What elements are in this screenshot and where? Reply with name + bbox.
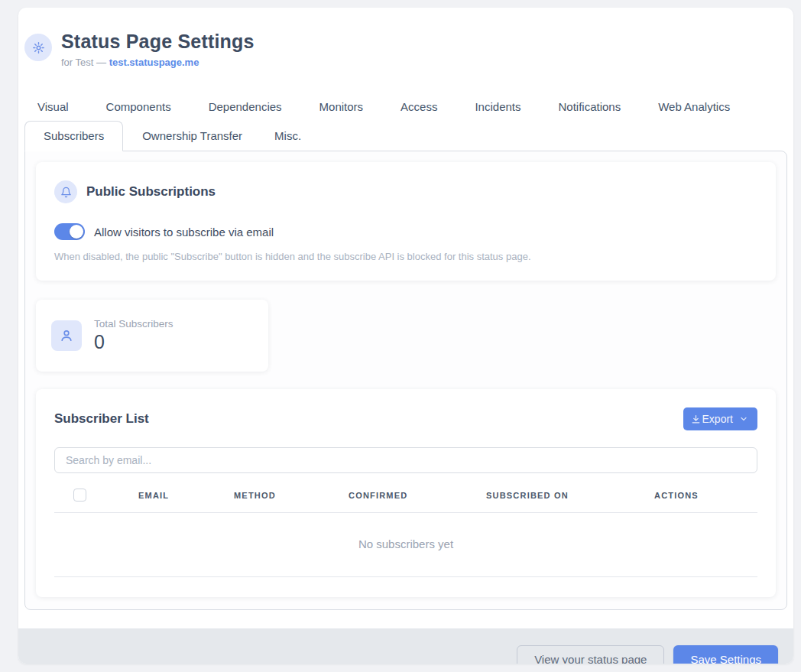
column-email: EMAIL <box>138 491 234 500</box>
column-subscribed-on: SUBSCRIBED ON <box>486 491 654 500</box>
tab-monitors[interactable]: Monitors <box>306 93 377 121</box>
tab-access[interactable]: Access <box>388 93 450 121</box>
tab-incidents[interactable]: Incidents <box>462 93 533 121</box>
export-button-label: Export <box>702 413 733 425</box>
page-header: Status Page Settings for Test — test.sta… <box>18 8 793 68</box>
export-button[interactable]: Export <box>683 407 757 430</box>
page-title: Status Page Settings <box>61 31 255 53</box>
subscriber-list-card: Subscriber List Export <box>36 389 776 597</box>
download-icon <box>691 414 701 424</box>
select-all-checkbox[interactable] <box>73 489 86 502</box>
total-subscribers-value: 0 <box>94 331 173 353</box>
tab-components[interactable]: Components <box>93 93 184 121</box>
bell-icon <box>54 180 77 203</box>
table-header-row: EMAIL METHOD CONFIRMED SUBSCRIBED ON ACT… <box>54 489 757 513</box>
column-confirmed: CONFIRMED <box>349 491 486 500</box>
status-page-settings-card: Status Page Settings for Test — test.sta… <box>18 8 793 664</box>
subscribe-toggle[interactable] <box>54 223 85 240</box>
tab-subscribers[interactable]: Subscribers <box>24 121 123 151</box>
subscribe-toggle-label: Allow visitors to subscribe via email <box>94 226 274 239</box>
public-subscriptions-title: Public Subscriptions <box>86 184 216 200</box>
page-subtitle: for Test — test.statuspage.me <box>61 57 255 68</box>
empty-state-text: No subscribers yet <box>54 513 757 577</box>
tab-visual[interactable]: Visual <box>24 93 82 121</box>
tab-dependencies[interactable]: Dependencies <box>196 93 295 121</box>
page-title-block: Status Page Settings for Test — test.sta… <box>61 31 255 68</box>
public-subscriptions-card: Public Subscriptions Allow visitors to s… <box>36 162 776 281</box>
subscribers-table: EMAIL METHOD CONFIRMED SUBSCRIBED ON ACT… <box>54 489 757 577</box>
stat-text-block: Total Subscribers 0 <box>94 318 173 353</box>
subscribers-tab-panel: Public Subscriptions Allow visitors to s… <box>24 151 787 610</box>
total-subscribers-card: Total Subscribers 0 <box>36 300 268 372</box>
chevron-down-icon <box>739 414 748 424</box>
total-subscribers-label: Total Subscribers <box>94 318 173 330</box>
subtitle-prefix: for Test — <box>61 57 109 68</box>
view-status-page-button[interactable]: View your status page <box>517 645 664 664</box>
tab-ownership-transfer[interactable]: Ownership Transfer <box>129 121 255 151</box>
subscriber-list-title: Subscriber List <box>54 411 149 427</box>
gear-icon <box>24 34 52 61</box>
tabs-row-2: Subscribers Ownership Transfer Misc. <box>18 121 793 151</box>
column-actions: ACTIONS <box>654 491 757 500</box>
save-settings-button[interactable]: Save Settings <box>673 645 778 664</box>
column-method: METHOD <box>234 491 349 500</box>
tabs-row-1: Visual Components Dependencies Monitors … <box>18 93 793 121</box>
user-icon <box>51 320 82 351</box>
tab-notifications[interactable]: Notifications <box>546 93 634 121</box>
status-page-link[interactable]: test.statuspage.me <box>109 57 199 68</box>
subscribe-help-text: When disabled, the public "Subscribe" bu… <box>54 251 757 262</box>
tab-web-analytics[interactable]: Web Analytics <box>645 93 743 121</box>
search-input[interactable] <box>54 447 757 473</box>
settings-footer: View your status page Save Settings <box>18 628 793 664</box>
toggle-knob <box>70 225 83 239</box>
tab-misc[interactable]: Misc. <box>261 121 314 151</box>
